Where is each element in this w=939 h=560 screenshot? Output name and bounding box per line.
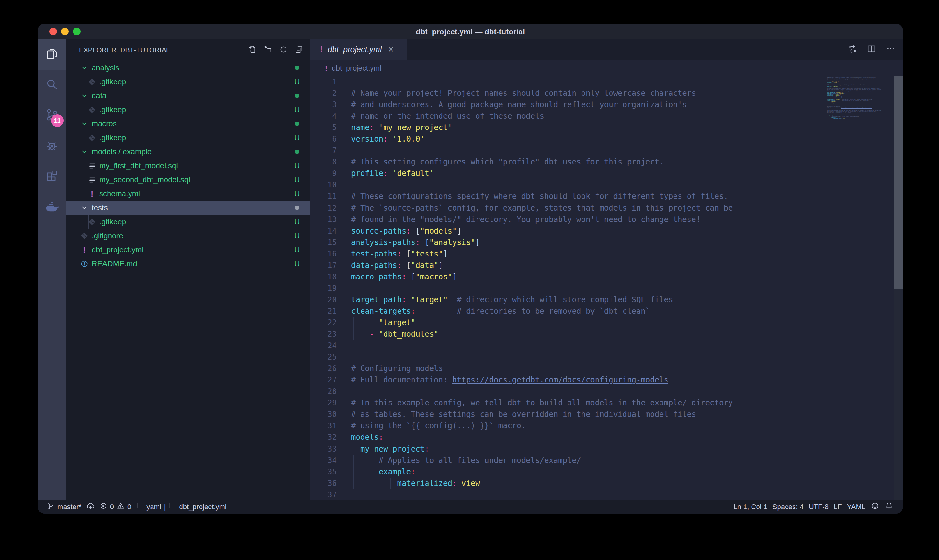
tree-item-schema-yml[interactable]: !schema.ymlU <box>66 187 310 201</box>
tree-item-macros[interactable]: macros <box>66 117 310 131</box>
line-number: 25 <box>310 351 337 363</box>
explorer-title: EXPLORER: DBT-TUTORIAL <box>79 46 248 54</box>
notifications-bell-icon[interactable] <box>885 502 893 512</box>
explorer-tab-icon[interactable] <box>38 39 66 70</box>
breadcrumb[interactable]: ! dbt_project.yml <box>310 60 903 76</box>
tree-item-my-second-dbt-model-sql[interactable]: my_second_dbt_model.sqlU <box>66 173 310 187</box>
git-untracked-badge: U <box>294 190 300 198</box>
search-tab-icon[interactable] <box>38 70 66 100</box>
split-editor-button[interactable] <box>867 44 876 55</box>
indentation-setting[interactable]: Spaces: 4 <box>773 503 804 511</box>
tab-bar: ! dbt_project.yml × <box>310 39 903 60</box>
code-line-30: 30# as tables. These settings can be ove… <box>310 409 825 420</box>
source-control-tab-icon[interactable]: 11 <box>38 100 66 131</box>
line-number: 35 <box>310 466 337 478</box>
tree-item-tests[interactable]: tests <box>66 201 310 215</box>
search-icon <box>45 77 59 92</box>
editor-scrollbar[interactable] <box>894 76 903 500</box>
code-line-5: 5name: 'my_new_project' <box>310 122 825 133</box>
status-file-name: dbt_project.yml <box>179 503 226 511</box>
line-number: 13 <box>310 214 337 225</box>
branch-indicator[interactable]: master* <box>47 502 82 512</box>
problems-indicator[interactable]: 0 0 <box>99 502 131 512</box>
tree-item-my-first-dbt-model-sql[interactable]: my_first_dbt_model.sqlU <box>66 159 310 173</box>
line-number: 26 <box>310 363 337 374</box>
cloud-upload-icon <box>86 502 95 512</box>
breadcrumb-file[interactable]: dbt_project.yml <box>332 64 381 72</box>
line-number: 24 <box>310 340 337 351</box>
tree-item-label: .gitkeep <box>99 77 290 86</box>
tree-item-models-example[interactable]: models / example <box>66 145 310 159</box>
tree-item-label: .gitignore <box>92 231 290 240</box>
git-untracked-badge: U <box>294 175 300 184</box>
chevron-down-icon <box>80 148 88 156</box>
code-line-29: 29# In this example config, we tell dbt … <box>310 397 825 409</box>
refresh-button[interactable] <box>279 45 288 55</box>
code-line-23: 23 - "dbt_modules" <box>310 328 825 340</box>
line-number: 36 <box>310 478 337 489</box>
code-editor[interactable]: 12# Name your project! Project names sho… <box>310 76 903 500</box>
scrollbar-slider[interactable] <box>894 76 903 289</box>
extensions-tab-icon[interactable] <box>38 161 66 192</box>
tree-item-label: README.md <box>92 259 290 268</box>
language-mode[interactable]: YAML <box>847 503 865 511</box>
tree-item-dbt-project-yml[interactable]: !dbt_project.ymlU <box>66 243 310 257</box>
line-number: 20 <box>310 294 337 305</box>
debug-tab-icon[interactable] <box>38 131 66 161</box>
code-line-9: 9profile: 'default' <box>310 168 825 179</box>
git-untracked-badge: U <box>294 162 300 170</box>
line-number: 27 <box>310 374 337 386</box>
git-changes-dot <box>295 94 299 98</box>
sql-file-icon <box>88 162 96 170</box>
tab-dbt-project-yml[interactable]: ! dbt_project.yml × <box>310 39 407 60</box>
yaml-file-icon: ! <box>91 189 94 199</box>
more-actions-button[interactable] <box>886 44 895 55</box>
tree-item--gitkeep[interactable]: .gitkeepU <box>66 103 310 117</box>
minimap[interactable]: # Name your project! Project names shoul… <box>825 76 894 500</box>
list-icon <box>168 502 176 512</box>
tree-item-label: tests <box>92 203 290 212</box>
vscode-window: dbt_project.yml — dbt-tutorial 11 <box>38 24 903 514</box>
open-changes-button[interactable] <box>848 44 857 55</box>
docker-whale-icon <box>45 199 59 215</box>
code-line-17: 17data-paths: ["data"] <box>310 260 825 271</box>
chevron-down-icon <box>80 120 88 128</box>
new-folder-button[interactable] <box>263 45 272 55</box>
tree-item-label: schema.yml <box>99 189 290 198</box>
tree-item-analysis[interactable]: analysis <box>66 61 310 75</box>
collapse-folders-button[interactable] <box>295 45 303 55</box>
line-number: 31 <box>310 420 337 431</box>
settings-gear-button[interactable] <box>38 477 66 492</box>
code-line-12: 12# The `source-paths` config, for examp… <box>310 202 825 214</box>
tree-item-label: macros <box>92 119 290 128</box>
tree-item--gitignore[interactable]: .gitignoreU <box>66 229 310 243</box>
git-file-icon <box>80 232 88 240</box>
cursor-position[interactable]: Ln 1, Col 1 <box>733 503 767 511</box>
activity-bar: 11 <box>38 39 66 500</box>
branch-name: master* <box>57 503 82 511</box>
eol-setting[interactable]: LF <box>834 503 842 511</box>
tree-item-data[interactable]: data <box>66 89 310 103</box>
code-line-15: 15analysis-paths: ["analysis"] <box>310 237 825 248</box>
feedback-smiley-icon[interactable] <box>871 502 879 512</box>
yaml-status-item[interactable]: yaml | dbt_project.yml <box>135 502 226 512</box>
tree-item--gitkeep[interactable]: .gitkeepU <box>66 215 310 229</box>
tree-item-label: my_first_dbt_model.sql <box>99 161 290 170</box>
tree-item--gitkeep[interactable]: .gitkeepU <box>66 75 310 89</box>
git-file-icon <box>88 78 96 86</box>
line-number: 10 <box>310 179 337 191</box>
errors-icon <box>99 502 108 512</box>
yaml-status-label: yaml <box>146 503 161 511</box>
docker-tab-icon[interactable] <box>38 192 66 222</box>
list-icon <box>135 502 144 512</box>
encoding-setting[interactable]: UTF-8 <box>809 503 828 511</box>
code-line-2: 2# Name your project! Project names shou… <box>310 88 825 99</box>
tab-close-icon[interactable]: × <box>388 45 394 54</box>
tree-item-readme-md[interactable]: README.mdU <box>66 257 310 271</box>
tree-item--gitkeep[interactable]: .gitkeepU <box>66 131 310 145</box>
sync-button[interactable] <box>86 502 95 512</box>
new-file-button[interactable] <box>248 45 257 55</box>
code-lines[interactable]: 12# Name your project! Project names sho… <box>310 76 825 500</box>
code-line-6: 6version: '1.0.0' <box>310 133 825 145</box>
scm-changes-badge: 11 <box>51 114 64 127</box>
